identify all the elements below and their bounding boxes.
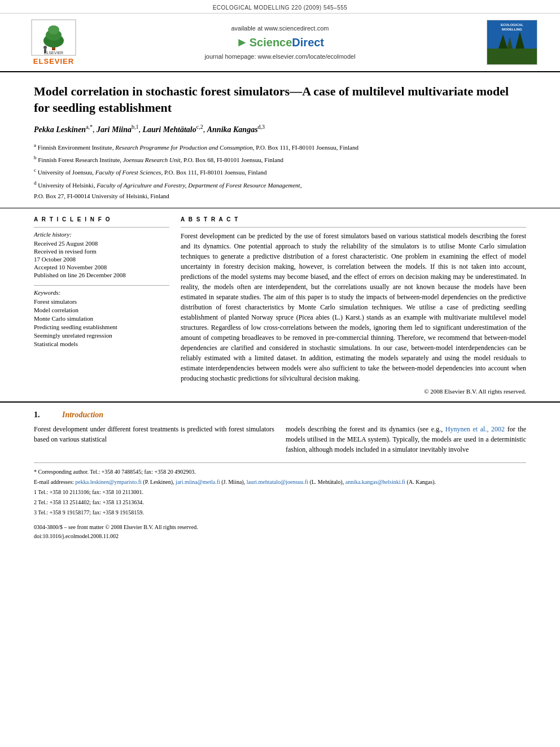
homepage-text: journal homepage: www.elsevier.com/locat… [85,53,475,60]
svg-text:ELSEVIER: ELSEVIER [44,51,63,55]
article-body-two-col: A R T I C L E I N F O Article history: R… [0,208,560,395]
author4-name: Annika Kangas [207,125,258,134]
intro-header: 1. Introduction [34,410,526,420]
abstract-box: Forest development can be predicted by t… [181,227,526,395]
intro-right-text: models describing the forest and its dyn… [286,424,526,455]
intro-right-content: models describing the forest and its dyn… [286,425,526,453]
affil-b: b Finnish Forest Research Institute, Joe… [34,154,526,165]
fn1: 1 Tel.: +358 10 2113106; fax: +358 10 21… [34,488,526,497]
affiliations: a Finnish Environment Institute, Researc… [34,141,526,202]
article-info-col: A R T I C L E I N F O Article history: R… [34,216,169,395]
author2-name: Jari Miina [97,125,132,134]
kw-6: Statistical models [34,340,169,347]
accepted: Accepted 10 November 2008 [34,264,169,270]
hynynen-link[interactable]: Hynynen et al., 2002 [445,425,505,433]
keywords-box: Keywords: Forest simulators Model correl… [34,285,169,347]
elsevier-tree-icon: ELSEVIER [31,19,76,56]
footnotes-section: * Corresponding author. Tel.: +358 40 74… [34,462,526,517]
article-title-section: Model correlation in stochastic forest s… [0,72,560,208]
intro-left-text: Forest development under different fores… [34,424,274,455]
author3-name: Lauri Mehtätalo [142,125,196,134]
bottom-info: 0304-3800/$ – see front matter © 2008 El… [0,518,560,547]
corresponding-author: * Corresponding author. Tel.: +358 40 74… [34,468,526,477]
sd-arrow-icon: ► [236,35,248,50]
bottom2: doi:10.1016/j.ecolmodel.2008.11.002 [34,532,526,541]
available-text: available at www.sciencedirect.com [85,25,475,32]
published: Published on line 26 December 2008 [34,272,169,278]
sciencedirect-logo: ► Science Direct [85,35,475,50]
email1-link[interactable]: pekka.leskinen@ymparisto.fi [75,479,142,485]
email3-link[interactable]: lauri.mehtatalo@joensuu.fi [247,479,308,485]
journal-title: ECOLOGICAL MODELLING 220 (2009) 545–555 [213,5,348,11]
received1: Received 25 August 2008 [34,240,169,247]
kw-1: Forest simulators [34,298,169,305]
keywords-label: Keywords: [34,289,169,296]
copyright-line: © 2008 Elsevier B.V. All rights reserved… [181,388,526,395]
author4-sup: d,3 [258,124,265,130]
email3-name: (L. Mehtätalo), [308,479,345,485]
email4-link[interactable]: annika.kangas@helsinki.fi [345,479,405,485]
eco-box: ECOLOGICAL MODELLING [487,20,537,65]
intro-left-content: Forest development under different fores… [34,425,274,443]
svg-text:MODELLING: MODELLING [502,28,522,31]
intro-two-col: Forest development under different fores… [34,424,526,455]
affil-d2: P.O. Box 27, FI-00014 University of Hels… [34,191,526,202]
email-prefix: E-mail addresses: [34,479,75,485]
sd-science-text: Science [250,36,292,49]
eco-model-logo: ECOLOGICAL MODELLING [475,20,537,65]
author2-sup: b,1 [132,124,139,130]
email-line: E-mail addresses: pekka.leskinen@ymparis… [34,478,526,487]
received2: Received in revised form [34,248,169,255]
introduction-section: 1. Introduction Forest development under… [0,401,560,455]
page: ECOLOGICAL MODELLING 220 (2009) 545–555 [0,0,560,747]
received2-date: 17 October 2008 [34,256,169,263]
fn3: 3 Tel.: +358 9 19158177; fax: +358 9 191… [34,508,526,517]
article-info-header: A R T I C L E I N F O [34,216,169,222]
kw-2: Model correlation [34,307,169,313]
svg-point-6 [43,46,47,49]
affil-c: c University of Joensuu, Faculty of Fore… [34,166,526,177]
journal-header: ECOLOGICAL MODELLING 220 (2009) 545–555 [0,0,560,14]
affil-a: a Finnish Environment Institute, Researc… [34,141,526,152]
affil-d: d University of Helsinki, Faculty of Agr… [34,179,526,190]
elsevier-label: ELSEVIER [33,57,74,65]
email1-name: (P. Leskinen), [142,479,176,485]
bottom1: 0304-3800/$ – see front matter © 2008 El… [34,523,526,532]
fn2: 2 Tel.: +358 13 2514402; fax: +358 13 25… [34,498,526,507]
eco-modelling-image: ECOLOGICAL MODELLING [487,20,537,64]
svg-text:ECOLOGICAL: ECOLOGICAL [501,23,523,27]
svg-point-5 [48,25,59,34]
svg-rect-11 [487,49,537,64]
article-title: Model correlation in stochastic forest s… [34,84,526,116]
author1-name: Pekka Leskinen [34,125,86,134]
email2-name: (J. Miina), [220,479,247,485]
email4-name: (A. Kangas). [405,479,436,485]
authors-line: Pekka Leskinena,*, Jari Miinab,1, Lauri … [34,124,526,134]
sd-direct-text: Direct [292,36,324,49]
author1-sup: a,* [86,124,93,130]
article-history-box: Article history: Received 25 August 2008… [34,227,169,278]
kw-5: Seemingly unrelated regression [34,332,169,339]
kw-3: Monte Carlo simulation [34,315,169,322]
abstract-header: A B S T R A C T [181,216,526,222]
author3-sup: c,2 [196,124,203,130]
elsevier-logo: ELSEVIER ELSEVIER [23,19,85,65]
history-label: Article history: [34,231,169,238]
intro-title: Introduction [62,410,103,420]
intro-number: 1. [34,410,45,420]
email2-link[interactable]: jari.miina@metla.fi [176,479,220,485]
abstract-col: A B S T R A C T Forest development can b… [181,216,526,395]
publisher-header: ELSEVIER ELSEVIER available at www.scien… [0,14,560,72]
abstract-text: Forest development can be predicted by t… [181,231,526,383]
kw-4: Predicting seedling establishment [34,324,169,330]
center-links: available at www.sciencedirect.com ► Sci… [85,25,475,60]
